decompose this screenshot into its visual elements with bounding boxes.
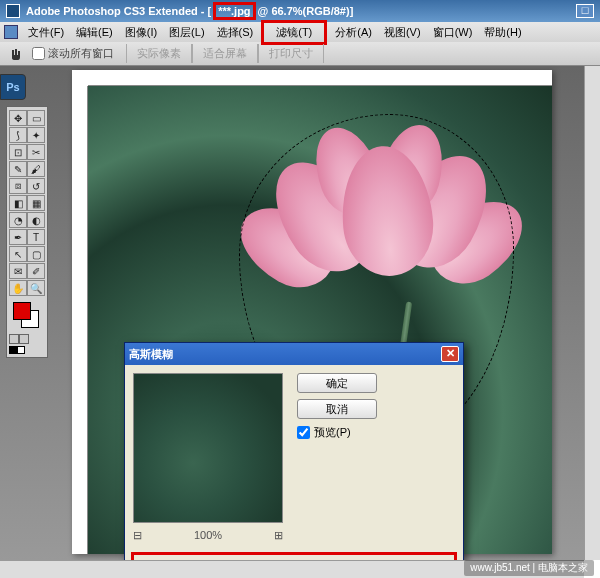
move-tool[interactable]: ✥: [9, 110, 27, 126]
title-filename-highlight: ***.jpg: [213, 2, 255, 20]
menu-image[interactable]: 图像(I): [119, 23, 163, 42]
fg-color[interactable]: [13, 302, 31, 320]
toolbox: ✥▭ ⟆✦ ⊡✂ ✎🖌 ⧇↺ ◧▦ ◔◐ ✒T ↖▢ ✉✐ ✋🔍: [6, 106, 48, 358]
dodge-tool[interactable]: ◐: [27, 212, 45, 228]
color-swatches[interactable]: [9, 300, 45, 330]
wand-tool[interactable]: ✦: [27, 127, 45, 143]
heal-tool[interactable]: ✎: [9, 161, 27, 177]
path-tool[interactable]: ↖: [9, 246, 27, 262]
menu-select[interactable]: 选择(S): [211, 23, 260, 42]
title-prefix: Adobe Photoshop CS3 Extended - [: [26, 5, 211, 17]
gaussian-blur-dialog: 高斯模糊 ✕ ⊟ 100% ⊞ 确定 取消 预览(P) 半径(R): 像素: [124, 342, 464, 578]
shape-tool[interactable]: ▢: [27, 246, 45, 262]
menu-bar: 文件(F) 编辑(E) 图像(I) 图层(L) 选择(S) 滤镜(T) 分析(A…: [0, 22, 600, 42]
blur-tool[interactable]: ◔: [9, 212, 27, 228]
eyedropper-tool[interactable]: ✐: [27, 263, 45, 279]
menu-file[interactable]: 文件(F): [22, 23, 70, 42]
history-brush-tool[interactable]: ↺: [27, 178, 45, 194]
menu-window[interactable]: 窗口(W): [427, 23, 479, 42]
ps-tab[interactable]: Ps: [0, 74, 26, 100]
eraser-tool[interactable]: ◧: [9, 195, 27, 211]
hand-tool-icon: [8, 46, 24, 62]
dialog-titlebar[interactable]: 高斯模糊 ✕: [125, 343, 463, 365]
ruler-horizontal[interactable]: [88, 70, 552, 86]
options-bar: 滚动所有窗口 实际像素 适合屏幕 打印尺寸: [0, 42, 600, 66]
gradient-tool[interactable]: ▦: [27, 195, 45, 211]
fit-screen-button[interactable]: 适合屏幕: [192, 44, 258, 63]
brush-tool[interactable]: 🖌: [27, 161, 45, 177]
zoom-in-button[interactable]: ⊞: [274, 529, 283, 542]
slice-tool[interactable]: ✂: [27, 144, 45, 160]
zoom-out-button[interactable]: ⊟: [133, 529, 142, 542]
ok-button[interactable]: 确定: [297, 373, 377, 393]
menu-analysis[interactable]: 分析(A): [329, 23, 378, 42]
menu-layer[interactable]: 图层(L): [163, 23, 210, 42]
stamp-tool[interactable]: ⧇: [9, 178, 27, 194]
type-tool[interactable]: T: [27, 229, 45, 245]
preview-checkbox[interactable]: 预览(P): [297, 425, 377, 440]
print-size-button[interactable]: 打印尺寸: [258, 44, 324, 63]
scroll-all-checkbox[interactable]: 滚动所有窗口: [32, 46, 114, 61]
menu-edit[interactable]: 编辑(E): [70, 23, 119, 42]
marquee-tool[interactable]: ▭: [27, 110, 45, 126]
ps-menu-icon[interactable]: [4, 25, 18, 39]
title-suffix: @ 66.7%(RGB/8#)]: [258, 5, 354, 17]
watermark: www.jb51.net | 电脑本之家: [464, 560, 594, 576]
workspace: Ps ✥▭ ⟆✦ ⊡✂ ✎🖌 ⧇↺ ◧▦ ◔◐ ✒T ↖▢ ✉✐ ✋🔍: [0, 66, 600, 560]
dialog-title-text: 高斯模糊: [129, 347, 173, 362]
lotus-flower: [242, 116, 512, 316]
zoom-tool[interactable]: 🔍: [27, 280, 45, 296]
menu-view[interactable]: 视图(V): [378, 23, 427, 42]
screen-mode-icons[interactable]: [9, 334, 45, 344]
hand-tool[interactable]: ✋: [9, 280, 27, 296]
maximize-button[interactable]: □: [576, 4, 594, 18]
zoom-level: 100%: [194, 529, 222, 542]
crop-tool[interactable]: ⊡: [9, 144, 27, 160]
ruler-vertical[interactable]: [72, 86, 88, 554]
app-icon: [6, 4, 20, 18]
notes-tool[interactable]: ✉: [9, 263, 27, 279]
close-icon[interactable]: ✕: [441, 346, 459, 362]
cancel-button[interactable]: 取消: [297, 399, 377, 419]
preview-thumbnail[interactable]: [133, 373, 283, 523]
menu-help[interactable]: 帮助(H): [478, 23, 527, 42]
lasso-tool[interactable]: ⟆: [9, 127, 27, 143]
menu-filter-highlighted[interactable]: 滤镜(T): [261, 20, 327, 45]
actual-pixels-button[interactable]: 实际像素: [126, 44, 192, 63]
scrollbar-vertical[interactable]: [584, 66, 600, 560]
default-swatch-icon[interactable]: [9, 346, 45, 354]
pen-tool[interactable]: ✒: [9, 229, 27, 245]
